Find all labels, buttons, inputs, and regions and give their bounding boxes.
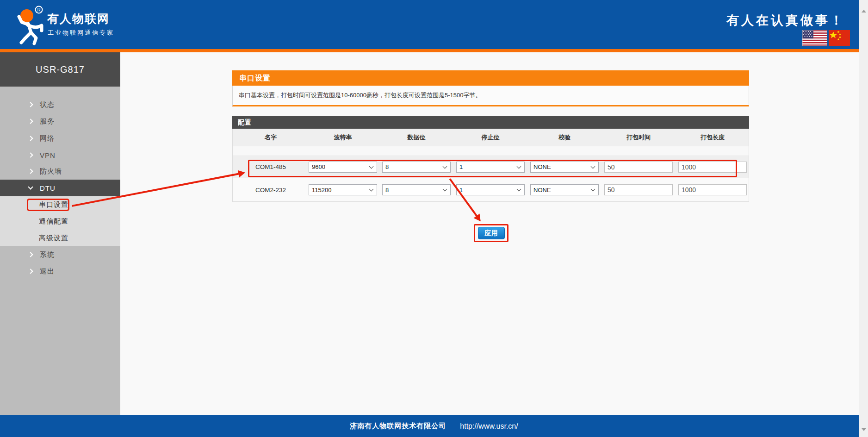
app-header: R 有人物联网 工业物联网通信专家 有人在认真做事！ — [0, 0, 868, 49]
pack-time-input[interactable] — [604, 184, 673, 195]
stop-bits-select[interactable]: 1 — [456, 184, 525, 195]
sidebar-item-status[interactable]: 状态 — [0, 96, 120, 113]
column-header-baud: 波特率 — [309, 129, 377, 146]
sidebar-subitem-label: 串口设置 — [39, 200, 68, 209]
column-header-packtime: 打包时间 — [604, 129, 673, 146]
device-title: USR-G817 — [0, 52, 120, 87]
port-name-label: COM1-485 — [233, 156, 309, 178]
sidebar-subitem-comm-config[interactable]: 通信配置 — [0, 213, 120, 230]
column-header-databits: 数据位 — [382, 129, 451, 146]
language-switcher — [802, 30, 850, 46]
header-accent-strip — [0, 49, 868, 52]
page-title: 串口设置 — [232, 70, 749, 86]
footer-url[interactable]: http://www.usr.cn/ — [460, 422, 518, 431]
parity-select[interactable]: NONE — [530, 162, 599, 173]
sidebar-item-logout[interactable]: 退出 — [0, 263, 120, 280]
sidebar-item-label: 状态 — [40, 100, 55, 109]
sidebar-subitem-label: 高级设置 — [39, 234, 68, 243]
description-box: 串口基本设置，打包时间可设置范围是10-60000毫秒，打包长度可设置范围是5-… — [232, 86, 749, 106]
data-bits-select[interactable]: 8 — [382, 184, 451, 195]
sidebar-item-firewall[interactable]: 防火墙 — [0, 163, 120, 180]
scroll-up-arrow-icon[interactable] — [862, 10, 866, 12]
chevron-right-icon — [28, 268, 33, 274]
pack-time-input[interactable] — [604, 162, 673, 173]
chevron-down-icon — [28, 184, 33, 189]
data-bits-select[interactable]: 8 — [382, 162, 451, 173]
config-section-title: 配置 — [232, 116, 749, 129]
sidebar-item-label: 退出 — [40, 267, 55, 276]
sidebar-item-label: VPN — [40, 151, 56, 159]
baud-rate-select[interactable]: 9600 — [309, 162, 377, 173]
column-header-name: 名字 — [233, 129, 309, 146]
sidebar-item-label: 服务 — [40, 117, 55, 126]
sidebar-item-label: 系统 — [40, 250, 55, 259]
sidebar-item-network[interactable]: 网络 — [0, 130, 120, 147]
chevron-right-icon — [28, 169, 33, 174]
stop-bits-select[interactable]: 1 — [456, 162, 525, 173]
chevron-right-icon — [28, 102, 33, 107]
page-footer: 济南有人物联网技术有限公司 http://www.usr.cn/ — [0, 415, 868, 437]
port-name-label: COM2-232 — [233, 178, 309, 201]
sidebar-item-system[interactable]: 系统 — [0, 246, 120, 263]
table-row-com2: COM2-232 115200 8 1 NONE — [233, 178, 749, 201]
chevron-right-icon — [28, 252, 33, 257]
chevron-right-icon — [28, 136, 33, 141]
column-header-packlength: 打包长度 — [678, 129, 747, 146]
serial-settings-page: R 有人物联网 工业物联网通信专家 有人在认真做事！ — [0, 0, 868, 437]
main-content: 串口设置 串口基本设置，打包时间可设置范围是10-60000毫秒，打包长度可设置… — [120, 52, 859, 415]
header-slogan: 有人在认真做事！ — [726, 12, 845, 29]
sidebar-item-label: 防火墙 — [40, 167, 62, 176]
sidebar-subitem-label: 通信配置 — [39, 217, 68, 226]
us-flag-icon[interactable] — [802, 30, 827, 46]
table-row-com1: COM1-485 9600 8 1 NONE — [233, 156, 749, 178]
usr-logo-icon: R — [9, 3, 48, 47]
brand-subtitle: 工业物联网通信专家 — [48, 29, 114, 37]
scroll-down-arrow-icon[interactable] — [862, 428, 866, 431]
footer-company: 济南有人物联网技术有限公司 — [350, 422, 446, 431]
pack-length-input[interactable] — [678, 184, 747, 195]
vertical-scrollbar[interactable] — [859, 0, 868, 437]
sidebar-item-vpn[interactable]: VPN — [0, 147, 120, 163]
pack-length-input[interactable] — [678, 162, 747, 173]
column-header-parity: 校验 — [530, 129, 599, 146]
sidebar-item-label: DTU — [40, 184, 56, 192]
parity-select[interactable]: NONE — [530, 184, 599, 195]
sidebar-subitem-serial-settings[interactable]: 串口设置 — [0, 196, 120, 213]
column-header-stopbits: 停止位 — [456, 129, 525, 146]
svg-text:R: R — [37, 7, 40, 12]
table-header-row: 名字 波特率 数据位 停止位 校验 打包时间 打包长度 — [233, 129, 749, 146]
sidebar-item-label: 网络 — [40, 134, 55, 143]
description-text: 串口基本设置，打包时间可设置范围是10-60000毫秒，打包长度可设置范围是5-… — [239, 91, 481, 100]
chevron-right-icon — [28, 119, 33, 124]
cn-flag-icon[interactable] — [829, 30, 850, 46]
sidebar-item-dtu[interactable]: DTU — [0, 180, 120, 196]
sidebar-subitem-advanced-settings[interactable]: 高级设置 — [0, 230, 120, 246]
sidebar-item-services[interactable]: 服务 — [0, 113, 120, 130]
baud-rate-select[interactable]: 115200 — [309, 184, 377, 195]
sidebar: USR-G817 状态 服务 网络 VPN 防火墙 DTU 串口设置 — [0, 52, 120, 415]
brand-title: 有人物联网 — [47, 11, 110, 26]
apply-button[interactable]: 应用 — [478, 227, 505, 239]
serial-config-table: 名字 波特率 数据位 停止位 校验 打包时间 打包长度 COM1-485 960… — [232, 129, 749, 202]
chevron-right-icon — [28, 152, 33, 157]
table-spacer-row — [233, 146, 749, 156]
